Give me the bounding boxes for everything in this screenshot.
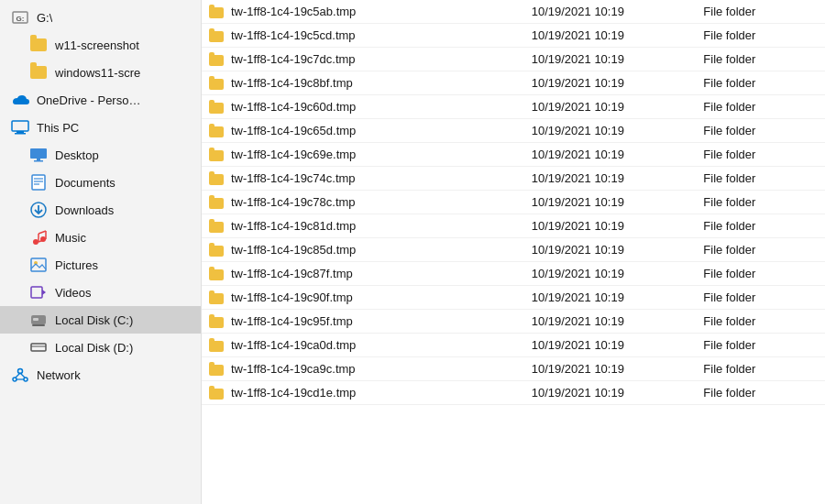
file-type-cell: File folder (696, 334, 825, 357)
table-row[interactable]: tw-1ff8-1c4-19ca9c.tmp10/19/2021 10:19Fi… (202, 357, 825, 381)
sidebar-label-videos: Videos (55, 286, 92, 300)
sidebar-item-downloads[interactable]: Downloads (0, 196, 201, 224)
svg-rect-4 (15, 133, 26, 135)
file-date-cell: 10/19/2021 10:19 (524, 262, 697, 286)
file-date-cell: 10/19/2021 10:19 (524, 310, 697, 334)
folder-icon (209, 269, 224, 280)
table-row[interactable]: tw-1ff8-1c4-19c5cd.tmp10/19/2021 10:19Fi… (202, 24, 825, 48)
localdisk-d-icon (29, 338, 48, 356)
sidebar-label-pictures: Pictures (55, 258, 98, 272)
svg-line-19 (38, 231, 46, 234)
file-name-cell: tw-1ff8-1c4-19c95f.tmp (202, 310, 524, 334)
file-date-cell: 10/19/2021 10:19 (524, 48, 697, 71)
sidebar-item-drive-g[interactable]: G:G:\ (0, 4, 201, 31)
folder-icon (209, 55, 224, 66)
drive-g-icon: G: (11, 8, 29, 27)
sidebar-item-music[interactable]: Music (0, 224, 201, 251)
file-type-cell: File folder (696, 95, 825, 119)
file-name-text: tw-1ff8-1c4-19ca0d.tmp (231, 338, 356, 352)
sidebar-item-localc[interactable]: Local Disk (C:) (0, 306, 201, 334)
file-date-cell: 10/19/2021 10:19 (524, 143, 697, 167)
sidebar-item-documents[interactable]: Documents (0, 169, 201, 196)
svg-rect-2 (12, 121, 28, 131)
sidebar-label-windows11-scre: windows11-scre (55, 66, 140, 80)
folder-icon (209, 174, 224, 185)
sidebar-item-locald[interactable]: Local Disk (D:) (0, 334, 201, 361)
table-row[interactable]: tw-1ff8-1c4-19c81d.tmp10/19/2021 10:19Fi… (202, 214, 825, 238)
sidebar-label-localc: Local Disk (C:) (55, 313, 133, 327)
file-name-text: tw-1ff8-1c4-19c65d.tmp (231, 124, 356, 137)
file-type-cell: File folder (696, 24, 825, 48)
file-date-cell: 10/19/2021 10:19 (524, 119, 697, 143)
file-date-cell: 10/19/2021 10:19 (524, 24, 697, 48)
sidebar-item-windows11-scre[interactable]: windows11-scre (0, 59, 201, 86)
downloads-icon (29, 201, 48, 219)
svg-point-30 (13, 378, 16, 381)
file-name-cell: tw-1ff8-1c4-19c65d.tmp (202, 119, 524, 143)
table-row[interactable]: tw-1ff8-1c4-19c65d.tmp10/19/2021 10:19Fi… (202, 119, 825, 143)
file-name-text: tw-1ff8-1c4-19c7dc.tmp (231, 52, 356, 66)
svg-text:G:: G: (16, 15, 25, 23)
sidebar-item-network[interactable]: Network (0, 361, 201, 389)
table-row[interactable]: tw-1ff8-1c4-19c74c.tmp10/19/2021 10:19Fi… (202, 167, 825, 191)
file-name-cell: tw-1ff8-1c4-19c74c.tmp (202, 167, 524, 191)
table-row[interactable]: tw-1ff8-1c4-19ca0d.tmp10/19/2021 10:19Fi… (202, 334, 825, 357)
file-name-cell: tw-1ff8-1c4-19c87f.tmp (202, 262, 524, 286)
file-name-cell: tw-1ff8-1c4-19ca0d.tmp (202, 334, 524, 357)
folder-icon (209, 31, 224, 42)
file-date-cell: 10/19/2021 10:19 (524, 71, 697, 95)
file-date-cell: 10/19/2021 10:19 (524, 191, 697, 214)
folder-icon (209, 317, 224, 328)
sidebar-item-onedrive[interactable]: OneDrive - Perso… (0, 86, 201, 114)
file-name-cell: tw-1ff8-1c4-19ca9c.tmp (202, 357, 524, 381)
file-date-cell: 10/19/2021 10:19 (524, 214, 697, 238)
sidebar-item-pictures[interactable]: Pictures (0, 251, 201, 279)
file-type-cell: File folder (696, 0, 825, 24)
svg-rect-5 (30, 148, 47, 159)
file-name-cell: tw-1ff8-1c4-19c78c.tmp (202, 191, 524, 214)
sidebar-item-desktop[interactable]: Desktop (0, 141, 201, 169)
file-name-text: tw-1ff8-1c4-19ca9c.tmp (231, 362, 356, 376)
file-name-cell: tw-1ff8-1c4-19c5ab.tmp (202, 0, 524, 24)
file-name-cell: tw-1ff8-1c4-19c90f.tmp (202, 286, 524, 310)
svg-rect-22 (31, 287, 42, 298)
file-name-text: tw-1ff8-1c4-19c60d.tmp (231, 100, 356, 114)
onedrive-icon (11, 91, 29, 109)
desktop-icon (29, 146, 48, 164)
file-name-text: tw-1ff8-1c4-19c5ab.tmp (231, 5, 356, 18)
file-date-cell: 10/19/2021 10:19 (524, 357, 697, 381)
file-type-cell: File folder (696, 286, 825, 310)
sidebar-item-w11-screenshot[interactable]: w11-screenshot (0, 31, 201, 59)
sidebar-item-thispc[interactable]: This PC (0, 114, 201, 141)
table-row[interactable]: tw-1ff8-1c4-19c78c.tmp10/19/2021 10:19Fi… (202, 191, 825, 214)
sidebar-label-downloads: Downloads (55, 203, 114, 217)
folder-icon (209, 103, 224, 114)
svg-rect-7 (34, 160, 43, 162)
svg-point-29 (18, 369, 23, 374)
table-row[interactable]: tw-1ff8-1c4-19c90f.tmp10/19/2021 10:19Fi… (202, 286, 825, 310)
svg-rect-8 (32, 175, 45, 190)
svg-rect-20 (31, 258, 46, 271)
sidebar-item-videos[interactable]: Videos (0, 279, 201, 306)
svg-rect-3 (16, 131, 24, 133)
table-row[interactable]: tw-1ff8-1c4-19cd1e.tmp10/19/2021 10:19Fi… (202, 381, 825, 405)
file-name-text: tw-1ff8-1c4-19cd1e.tmp (231, 386, 356, 400)
table-row[interactable]: tw-1ff8-1c4-19c8bf.tmp10/19/2021 10:19Fi… (202, 71, 825, 95)
svg-rect-25 (32, 324, 45, 326)
table-row[interactable]: tw-1ff8-1c4-19c87f.tmp10/19/2021 10:19Fi… (202, 262, 825, 286)
file-name-cell: tw-1ff8-1c4-19c7dc.tmp (202, 48, 524, 71)
file-date-cell: 10/19/2021 10:19 (524, 238, 697, 262)
table-row[interactable]: tw-1ff8-1c4-19c60d.tmp10/19/2021 10:19Fi… (202, 95, 825, 119)
table-row[interactable]: tw-1ff8-1c4-19c69e.tmp10/19/2021 10:19Fi… (202, 143, 825, 167)
table-row[interactable]: tw-1ff8-1c4-19c7dc.tmp10/19/2021 10:19Fi… (202, 48, 825, 71)
sidebar-label-documents: Documents (55, 176, 116, 190)
table-row[interactable]: tw-1ff8-1c4-19c5ab.tmp10/19/2021 10:19Fi… (202, 0, 825, 24)
file-name-cell: tw-1ff8-1c4-19cd1e.tmp (202, 381, 524, 405)
file-type-cell: File folder (696, 143, 825, 167)
table-row[interactable]: tw-1ff8-1c4-19c95f.tmp10/19/2021 10:19Fi… (202, 310, 825, 334)
file-type-cell: File folder (696, 262, 825, 286)
file-type-cell: File folder (696, 48, 825, 71)
file-type-cell: File folder (696, 119, 825, 143)
table-row[interactable]: tw-1ff8-1c4-19c85d.tmp10/19/2021 10:19Fi… (202, 238, 825, 262)
file-type-cell: File folder (696, 238, 825, 262)
